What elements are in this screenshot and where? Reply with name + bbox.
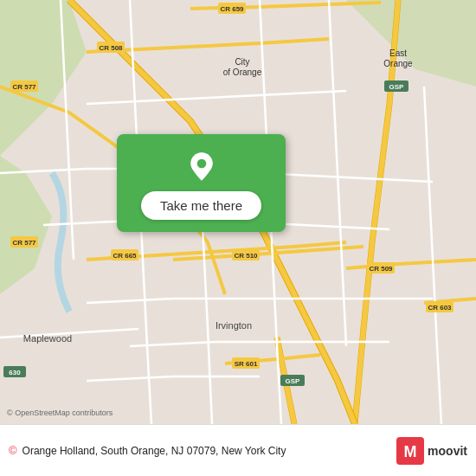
svg-point-36 <box>196 159 206 169</box>
svg-text:630: 630 <box>9 369 21 376</box>
svg-text:CR 665: CR 665 <box>113 252 137 260</box>
svg-text:Orange: Orange <box>383 59 413 68</box>
svg-text:City: City <box>235 57 249 67</box>
svg-text:CR 577: CR 577 <box>12 83 36 91</box>
svg-text:CR 510: CR 510 <box>234 252 258 260</box>
moovit-logo: M moovit <box>396 437 467 465</box>
button-overlay: Take me there <box>117 134 286 232</box>
moovit-label: moovit <box>428 444 467 458</box>
svg-text:GSP: GSP <box>286 377 301 385</box>
svg-text:CR 508: CR 508 <box>99 44 123 52</box>
svg-text:Irvington: Irvington <box>215 320 252 331</box>
osm-attribution: © <box>9 444 17 457</box>
map-container: CR 508 CR 577 CR 577 CR 659 GSP GSP CR 6… <box>0 0 476 424</box>
svg-text:CR 509: CR 509 <box>369 265 393 273</box>
svg-text:CR 603: CR 603 <box>428 304 452 312</box>
bottom-left-info: © Orange Holland, South Orange, NJ 07079… <box>9 444 396 457</box>
svg-text:East: East <box>389 48 407 58</box>
svg-text:GSP: GSP <box>389 83 405 91</box>
address-text: Orange Holland, South Orange, NJ 07079, … <box>23 445 286 457</box>
svg-text:SR 601: SR 601 <box>235 360 258 368</box>
svg-text:© OpenStreetMap contributors: © OpenStreetMap contributors <box>7 408 113 417</box>
location-pin-icon <box>184 150 219 184</box>
moovit-icon: M <box>396 437 424 465</box>
take-me-there-button[interactable]: Take me there <box>141 191 261 220</box>
svg-text:of Orange: of Orange <box>223 68 262 77</box>
svg-text:CR 577: CR 577 <box>12 239 36 247</box>
svg-text:M: M <box>404 443 417 460</box>
svg-text:Maplewood: Maplewood <box>23 333 72 344</box>
green-box: Take me there <box>117 134 286 232</box>
bottom-bar: © Orange Holland, South Orange, NJ 07079… <box>0 424 476 476</box>
svg-text:CR 659: CR 659 <box>220 5 244 13</box>
